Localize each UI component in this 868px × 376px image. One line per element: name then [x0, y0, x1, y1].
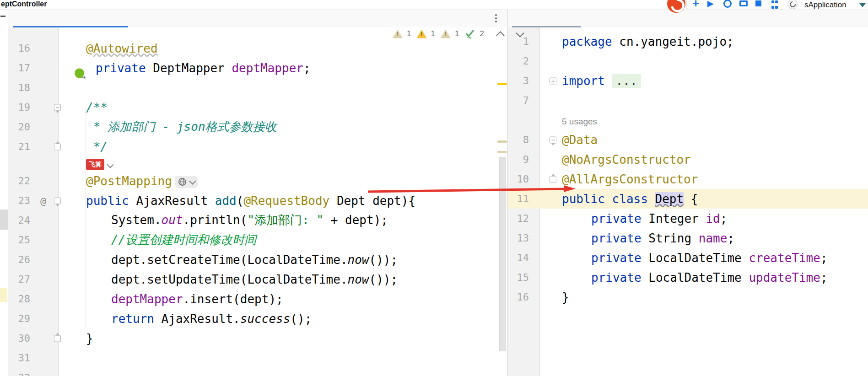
line-number: 16 [507, 291, 540, 303]
code-line[interactable]: 32 [8, 368, 507, 376]
previous-problem-icon[interactable] [496, 31, 504, 39]
line-number: 8 [507, 134, 540, 145]
code-line[interactable]: 26dept.setCreateTime(LocalDateTime.now()… [8, 250, 507, 269]
fold-up-icon[interactable] [550, 176, 556, 183]
fold-up-icon[interactable] [54, 143, 61, 150]
panel-icon[interactable] [739, 0, 748, 6]
folded-imports-chip[interactable]: ... [612, 74, 641, 88]
warning-count: 1 [431, 29, 435, 38]
line-number: 15 [507, 272, 540, 283]
code-line[interactable]: 1package cn.yangeit.pojo; [507, 32, 868, 51]
chevron-down-icon[interactable] [189, 177, 196, 185]
fold-up-icon[interactable] [54, 335, 61, 342]
code-line[interactable]: 20 * 添加部门 - json格式参数接收 [8, 117, 507, 137]
chevron-down-icon[interactable] [107, 161, 114, 168]
code-token: @Data [562, 133, 598, 147]
code-token: LocalDateTime [648, 251, 749, 265]
code-token: out [162, 213, 183, 227]
fold-down-icon[interactable]: − [54, 104, 61, 111]
code-line[interactable]: 31 [8, 348, 507, 368]
code-token: DeptMapper [153, 61, 232, 75]
code-token: "添加部门: " [247, 213, 323, 227]
indent-guide [86, 109, 86, 328]
code-line[interactable]: 17private DeptMapper deptMapper; [8, 58, 507, 78]
url-mapping-pill[interactable] [175, 176, 198, 188]
code-line[interactable]: 2 [507, 51, 868, 71]
code-line[interactable]: 24System.out.println("添加部门: " + dept); [8, 210, 507, 230]
code-token: success [240, 312, 291, 326]
chevron-down-icon[interactable] [859, 3, 866, 7]
fold-down-icon[interactable]: − [54, 197, 61, 204]
code-token: AjaxResult. [162, 312, 240, 326]
code-token: updateTime [749, 271, 820, 285]
code-token: ()); [369, 253, 398, 267]
line-number: 14 [507, 252, 540, 263]
line-number: 17 [8, 62, 59, 74]
code-line[interactable]: 21 */ [8, 137, 507, 156]
code-line[interactable]: 5 usages [507, 110, 868, 130]
run-configuration[interactable]: sApplication [804, 0, 846, 10]
code-line[interactable]: 29return AjaxResult.success(); [8, 309, 507, 328]
code-token: deptMapper [232, 61, 303, 75]
code-line[interactable]: 15private LocalDateTime updateTime; [507, 268, 868, 287]
code-line[interactable]: 14private LocalDateTime createTime; [507, 248, 868, 268]
code-line[interactable]: 27dept.setUpdateTime(LocalDateTime.now()… [8, 269, 507, 289]
code-line[interactable]: 25//设置创建时间和修改时间 [8, 230, 507, 250]
code-line[interactable]: 16@Autowired [8, 38, 507, 58]
line-number: 3 [507, 75, 540, 86]
code-line[interactable]: 7 [507, 91, 868, 110]
right-tab-bar [507, 10, 868, 27]
code-line[interactable]: 28deptMapper.insert(dept); [8, 289, 507, 309]
code-line[interactable]: 8−@Data [507, 130, 868, 150]
strip-marker-gray [0, 209, 8, 230]
code-line[interactable]: 13private String name; [507, 228, 868, 248]
line-number: 27 [8, 274, 59, 285]
feisuan-plugin-badge[interactable]: 飞算 [86, 159, 104, 170]
line-number: 25 [8, 234, 59, 246]
code-token: .insert(dept); [183, 292, 283, 306]
code-line[interactable]: 19−/** [8, 97, 507, 117]
inspection-widget[interactable]: ! 1 ! 1 ! 1 2 [393, 28, 522, 39]
code-token: /** [86, 101, 108, 114]
refresh-icon[interactable] [787, 0, 798, 9]
lightbulb-icon[interactable] [723, 0, 732, 8]
code-token: name [699, 231, 728, 245]
line-number: 19 [8, 102, 59, 113]
pen-icon[interactable] [707, 1, 714, 7]
code-line[interactable]: 飞算 [8, 156, 507, 171]
code-line[interactable]: 30} [8, 328, 507, 348]
inactive-tab-underline [512, 26, 581, 27]
code-token: cn.yangeit.pojo; [619, 35, 733, 48]
move-icon[interactable] [691, 0, 700, 8]
code-token: } [562, 290, 569, 304]
splitter-collapse-icon[interactable] [0, 16, 5, 17]
left-editor-code[interactable]: 16@Autowired17private DeptMapper deptMap… [8, 38, 507, 376]
spring-bean-icon[interactable] [75, 68, 84, 78]
fold-plus-icon[interactable]: + [550, 77, 556, 84]
line-number: 20 [8, 121, 59, 133]
code-line[interactable]: 3+import ... [507, 71, 868, 91]
tab-options-kebab-icon[interactable] [495, 14, 497, 22]
code-line[interactable]: 18 [8, 78, 507, 97]
code-token: String [648, 231, 699, 245]
code-line[interactable]: 9@NoArgsConstructor [507, 150, 868, 169]
code-token: @NoArgsConstructor [562, 153, 691, 167]
code-token: Dept [655, 192, 684, 206]
code-token: private [96, 61, 153, 75]
line-number: 30 [8, 333, 59, 344]
code-line[interactable]: 16} [507, 287, 868, 307]
red-arrow-annotation [366, 183, 581, 196]
capture-toolbar [686, 0, 816, 9]
line-number: 23 [8, 195, 59, 206]
right-editor-code[interactable]: 1package cn.yangeit.pojo;23+import ...75… [507, 32, 868, 307]
annotation-gutter-icon[interactable]: @ [40, 195, 46, 206]
code-token: ; [820, 251, 828, 265]
code-token: LocalDateTime [648, 271, 749, 285]
code-token: dept.setCreateTime(LocalDateTime. [111, 253, 348, 267]
code-token: ; [727, 231, 734, 245]
collapsed-panel-strip [0, 10, 8, 376]
grid-icon[interactable] [771, 0, 780, 9]
fold-down-icon[interactable]: − [550, 136, 556, 143]
code-line[interactable]: 12private Integer id; [507, 209, 868, 228]
filled-square-icon[interactable] [755, 0, 761, 6]
